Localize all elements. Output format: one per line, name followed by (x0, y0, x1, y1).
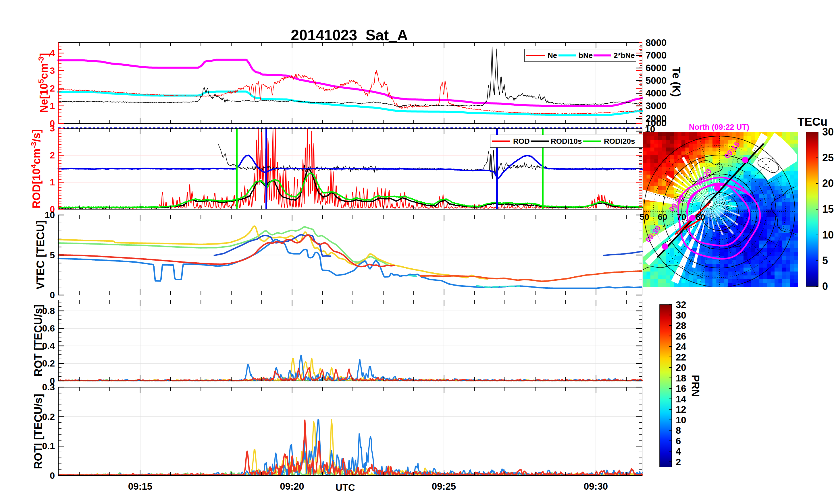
svg-text:5000: 5000 (645, 75, 666, 86)
svg-text:5: 5 (822, 255, 828, 266)
svg-text:Te (K): Te (K) (670, 67, 682, 97)
svg-text:4: 4 (676, 446, 681, 457)
svg-text:60: 60 (658, 212, 667, 222)
svg-text:Ne: Ne (548, 51, 557, 60)
svg-text:0: 0 (50, 290, 55, 300)
svg-text:2*bNe: 2*bNe (614, 51, 635, 60)
svg-text:2: 2 (50, 150, 55, 160)
svg-text:ROD: ROD (513, 137, 530, 145)
svg-text:2: 2 (50, 83, 55, 94)
svg-text:7000: 7000 (645, 50, 666, 61)
svg-text:30: 30 (676, 310, 686, 321)
svg-text:6000: 6000 (645, 63, 666, 73)
svg-text:4: 4 (50, 48, 55, 58)
svg-text:70: 70 (677, 212, 686, 222)
svg-text:RODI20s: RODI20s (604, 137, 635, 145)
svg-text:26: 26 (676, 331, 686, 342)
svg-text:RODI10s: RODI10s (551, 137, 582, 145)
svg-text:24: 24 (676, 341, 686, 352)
svg-text:80: 80 (696, 212, 705, 222)
svg-text:20141023 Sat_A: 20141023 Sat_A (291, 27, 408, 43)
svg-text:5: 5 (50, 250, 55, 260)
svg-text:ROTI [TECU/s]: ROTI [TECU/s] (32, 394, 44, 469)
svg-text:3: 3 (50, 123, 55, 134)
svg-text:20: 20 (676, 362, 686, 373)
svg-text:0: 0 (50, 471, 55, 481)
svg-text:bNe: bNe (578, 51, 593, 60)
svg-text:8: 8 (676, 425, 681, 436)
svg-text:50: 50 (639, 212, 649, 222)
svg-text:09:30: 09:30 (584, 481, 608, 492)
svg-text:TECu: TECu (797, 115, 827, 128)
svg-text:10: 10 (676, 415, 686, 426)
svg-text:0.3: 0.3 (42, 382, 55, 392)
svg-text:ROD[104cm-3/s]: ROD[104cm-3/s] (29, 129, 43, 208)
svg-text:12: 12 (676, 404, 686, 415)
svg-text:UTC: UTC (335, 482, 355, 493)
svg-text:15: 15 (822, 203, 834, 215)
svg-text:8000: 8000 (645, 37, 666, 48)
svg-text:2: 2 (676, 457, 681, 467)
svg-text:09:25: 09:25 (432, 481, 456, 492)
svg-text:0: 0 (822, 280, 828, 292)
svg-text:10: 10 (822, 229, 834, 241)
svg-text:1: 1 (50, 177, 55, 187)
svg-text:16: 16 (676, 383, 686, 394)
svg-text:09:20: 09:20 (280, 481, 304, 492)
svg-text:1: 1 (50, 101, 55, 111)
svg-text:09:15: 09:15 (128, 481, 152, 492)
svg-text:18: 18 (676, 373, 686, 384)
svg-text:6: 6 (676, 436, 681, 446)
svg-text:ROT [TECU/s]: ROT [TECU/s] (32, 304, 44, 376)
svg-text:3: 3 (50, 65, 55, 76)
svg-text:25: 25 (822, 152, 834, 164)
svg-text:14: 14 (676, 394, 686, 405)
svg-text:PRN: PRN (689, 375, 701, 397)
svg-text:28: 28 (676, 320, 686, 331)
svg-text:4000: 4000 (645, 88, 666, 98)
svg-text:VTEC [TECU]: VTEC [TECU] (35, 221, 47, 290)
svg-text:3000: 3000 (645, 100, 666, 111)
svg-text:North (09:22 UT): North (09:22 UT) (689, 123, 749, 132)
svg-text:20: 20 (822, 177, 834, 189)
svg-text:32: 32 (676, 299, 686, 310)
svg-text:10: 10 (45, 210, 55, 220)
svg-text:22: 22 (676, 352, 686, 363)
